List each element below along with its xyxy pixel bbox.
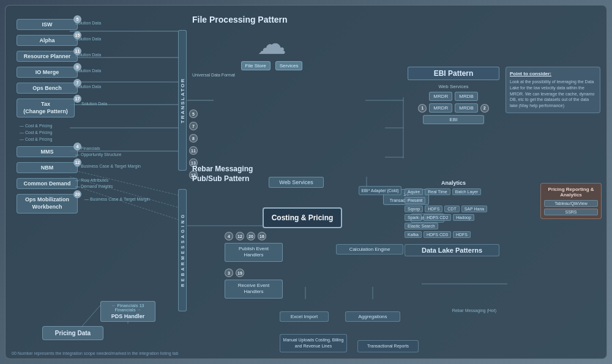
svg-line-15 <box>70 184 178 220</box>
analytics-section: Analytics Aquire Real Time Batch Layer P… <box>405 180 502 240</box>
transactional-reports-label: Transactional Reports <box>360 343 416 349</box>
pds-handler-label: PDS Handler <box>105 313 151 319</box>
io-merge-label: IO Merge 9 <box>17 67 78 78</box>
receive-event-section: 3 19 Receive Event Handlers <box>225 269 283 299</box>
source-resource-planner: Resource Planner 11 Solution Data <box>17 51 78 62</box>
data-lake-title: Data Lake Patterns <box>405 244 499 256</box>
mms-opp-label: — Opportunity Structure <box>75 152 121 157</box>
cost-pricing-3: — Cost & Pricing <box>17 137 78 141</box>
publish-event-numbers: 4 12 20 16 <box>225 232 283 240</box>
isw-label: ISW 5 <box>17 19 78 30</box>
file-processing-title: File Processing Pattern <box>192 15 351 24</box>
analytics-row-1: Aquire Real Time Batch Layer Present <box>405 188 502 204</box>
ops-mob-label: Ops Mobilization Workbench 20 <box>17 194 78 213</box>
ebi-row-3: EBI <box>408 115 499 124</box>
excel-import-box: Excel Import <box>280 311 329 322</box>
rebar-messaging-section: Rebar Messaging Pub/Sub Pattern <box>192 165 278 184</box>
ebi-mrdr1: MRDR <box>429 92 452 101</box>
costing-pricing-box: Costing & Pricing <box>263 207 342 228</box>
source-panel: ISW 5 Solution Data Alpha 15 Solution Da… <box>17 19 78 218</box>
pricing-data-box: Pricing Data <box>42 326 103 340</box>
ebi-title: EBI Pattern <box>408 67 499 80</box>
alpha-label: Alpha 15 <box>17 35 78 46</box>
aggregations-label: Aggregations <box>348 314 398 319</box>
source-ops-mob: Ops Mobilization Workbench 20 — Business… <box>17 194 78 213</box>
rebar-section-title: Rebar Messaging Pub/Sub Pattern <box>192 165 278 184</box>
data-lake-section: Data Lake Patterns <box>405 244 499 256</box>
calc-engine-box: Calculation Engine <box>336 244 403 254</box>
ebi-num-1: 1 <box>418 104 427 113</box>
pricing-data-label: Pricing Data <box>48 330 98 336</box>
nbm-line-label: — Business Case & Target Margin <box>75 164 141 168</box>
translator-label: TRANSLATOR <box>180 78 185 123</box>
source-alpha: Alpha 15 Solution Data <box>17 35 78 46</box>
point-to-consider-section: Point to consider: Look at the possibili… <box>506 67 600 113</box>
ebi-web-services-label: Web Services <box>408 84 499 89</box>
resource-planner-label: Resource Planner 11 <box>17 51 78 62</box>
ebi-section: EBI Pattern Web Services MRDR MRDB 1 MRD… <box>408 67 499 127</box>
translator-box: TRANSLATOR <box>178 30 187 171</box>
manual-uploads-label: Manual Uploads Costing, Billing and Reve… <box>283 337 344 349</box>
ebi-adapter-label: EBI* Adapter (Cold) <box>361 188 399 193</box>
source-io-merge: IO Merge 9 Solution Data <box>17 67 78 78</box>
analytics-row-3: Spark HDFS CD2 Hadoop Elastic Search <box>405 214 502 229</box>
source-isw: ISW 5 Solution Data <box>17 19 78 30</box>
isw-line-label: Solution Data <box>75 21 101 25</box>
ebi-label-box: EBI <box>423 115 484 124</box>
num-8: 8 <box>189 134 198 143</box>
tax-label: Tax(Change Pattern) 17 <box>17 98 75 117</box>
rebar-hot-label: Rebar Messaging (Hot) <box>452 308 496 313</box>
io-merge-line-label: Solution Data <box>75 69 101 73</box>
diagram-container: ISW 5 Solution Data Alpha 15 Solution Da… <box>5 5 607 359</box>
ebi-num-2: 2 <box>480 104 489 113</box>
file-store-box: File Store <box>241 61 271 70</box>
web-services-middle-box: Web Services <box>269 177 324 188</box>
source-ops-bench: Ops Bench 7 Solution Data <box>17 83 78 94</box>
transactional-reports-box: Transactional Reports <box>357 340 419 352</box>
common-demand-row-label: — Row Attributes <box>75 178 108 182</box>
source-tax: Tax(Change Pattern) 17 Solution Data <box>17 98 78 117</box>
universal-data-format: Universal Data Format <box>192 73 351 77</box>
pds-handler-box: ← Financials 13 Financials → PDS Handler <box>100 301 155 322</box>
receive-event-handler-box: Receive Event Handlers <box>225 280 283 299</box>
publish-event-handler-box: Publish Event Handlers <box>225 243 283 262</box>
pricing-reporting-box: Pricing Reporting & Analytics Tableau/Ql… <box>540 183 602 219</box>
file-store-services-row: File Store Services <box>192 61 351 70</box>
ops-bench-line-label: Solution Data <box>75 84 101 89</box>
rebar-vertical-label: R E B A R M E S S A G I N G <box>181 214 185 287</box>
bottom-note: 00 Number represents the integration sco… <box>12 351 178 355</box>
resource-planner-line-label: Solution Data <box>75 53 101 57</box>
cloud-icon: ☁ <box>192 29 351 59</box>
mms-line-label: — Financials <box>75 146 100 150</box>
nbm-label: NBM 12 <box>17 162 78 173</box>
ops-bench-label: Ops Bench 7 <box>17 83 78 94</box>
tableau-label: Tableau/QlikView <box>544 200 598 207</box>
pricing-reporting-title: Pricing Reporting & Analytics <box>544 187 598 198</box>
source-mms: MMS 4 — Financials — Opportunity Structu… <box>17 146 78 157</box>
cost-pricing-2: — Cost & Pricing <box>17 130 78 135</box>
num-5: 5 <box>189 110 198 118</box>
tax-badge: 17 <box>73 95 81 103</box>
receive-event-numbers: 3 19 <box>225 269 283 277</box>
services-box: Services <box>275 61 303 70</box>
file-processing-section: File Processing Pattern ☁ File Store Ser… <box>192 15 351 77</box>
pds-financials-label: ← Financials 13 Financials → <box>105 303 151 312</box>
ebi-mrdr2: MRDR <box>429 103 452 113</box>
analytics-row-4: Kafka HDFS CD3 HDFS <box>405 231 502 238</box>
aggregations-box: Aggregations <box>345 311 400 322</box>
source-common-demand: Common Demand — Row Attributes — Demand … <box>17 178 78 189</box>
publish-event-section: 4 12 20 16 Publish Event Handlers <box>225 232 283 262</box>
manual-uploads-box: Manual Uploads Costing, Billing and Reve… <box>280 334 347 352</box>
analytics-title: Analytics <box>405 180 502 186</box>
ebi-mrdb1: MRDB <box>455 92 478 101</box>
rebar-vertical-box: R E B A R M E S S A G I N G <box>178 189 187 311</box>
num-7: 7 <box>189 122 198 130</box>
common-demand-label: Common Demand <box>17 178 78 189</box>
alpha-line-label: Solution Data <box>75 37 101 41</box>
calc-engine-label: Calculation Engine <box>340 247 399 252</box>
num-11: 11 <box>189 146 198 155</box>
excel-import-label: Excel Import <box>282 314 326 319</box>
ebi-row-2: MRDR MRDB <box>429 103 478 113</box>
ops-mob-badge: 20 <box>73 190 81 198</box>
ptc-title: Point to consider: <box>510 71 596 76</box>
